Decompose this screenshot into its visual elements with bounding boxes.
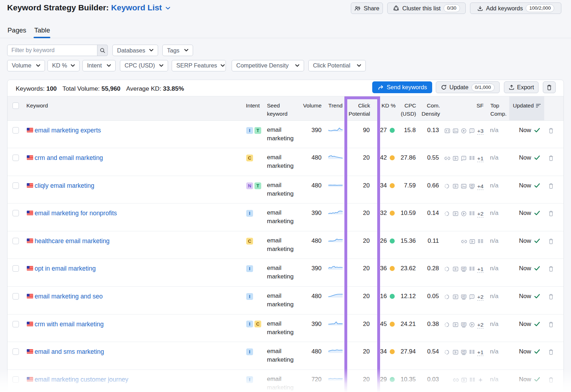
svg-text:AD: AD	[462, 295, 466, 297]
svg-text:?: ?	[463, 156, 465, 160]
svg-text:AD: AD	[470, 184, 474, 187]
svg-text:?: ?	[471, 295, 473, 298]
svg-text:AD: AD	[462, 323, 466, 325]
svg-text:AD: AD	[462, 267, 466, 270]
svg-text:AD: AD	[462, 350, 466, 353]
svg-text:?: ?	[471, 129, 473, 132]
